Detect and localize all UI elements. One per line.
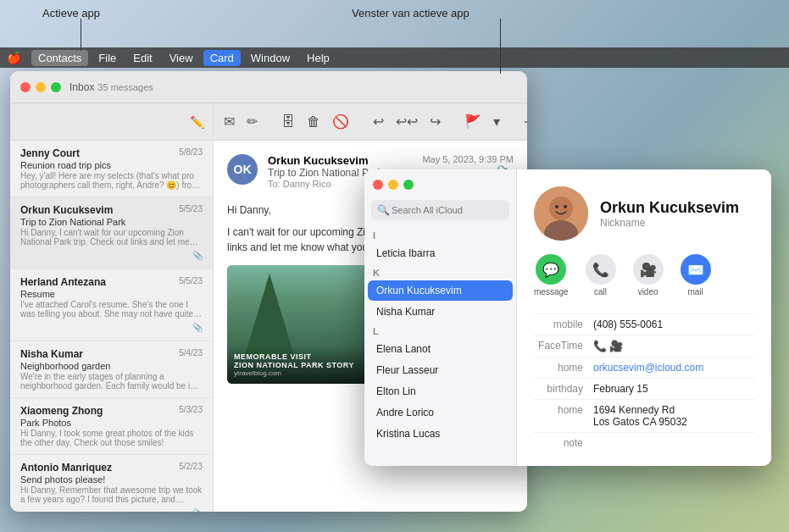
close-button[interactable] bbox=[20, 82, 31, 92]
mobile-label: mobile bbox=[534, 319, 593, 330]
msg-subject: Reunion road trip pics bbox=[20, 160, 203, 170]
msg-subject: Park Photos bbox=[20, 418, 203, 428]
contact-info-home-email: home orkucsevim@icloud.com bbox=[534, 357, 754, 378]
msg-preview: We're in the early stages of planning a … bbox=[20, 372, 203, 391]
search-input[interactable] bbox=[371, 200, 509, 220]
facetime-video-icon[interactable]: 🎥 bbox=[609, 340, 623, 352]
contacts-titlebar bbox=[364, 169, 516, 200]
home-email-value[interactable]: orkucsevim@icloud.com bbox=[593, 362, 754, 374]
msg-preview: Hi Danny, I took some great photos of th… bbox=[20, 429, 203, 447]
contact-item[interactable]: Fleur Lasseur bbox=[368, 360, 513, 380]
contacts-minimize-button[interactable] bbox=[388, 180, 398, 190]
message-action-button[interactable]: 💬 message bbox=[534, 254, 569, 296]
msg-sender: Nisha Kumar bbox=[20, 348, 83, 360]
call-icon: 📞 bbox=[586, 254, 616, 285]
contact-detail-panel: Orkun Kucuksevim Nickname 💬 message 📞 ca… bbox=[517, 169, 771, 466]
contact-info-birthday: birthday February 15 bbox=[534, 378, 754, 399]
email-sender-name: Orkun Kucuksevim bbox=[268, 154, 412, 167]
contact-photo bbox=[534, 186, 588, 241]
contact-item[interactable]: Elena Lanot bbox=[368, 339, 513, 359]
birthday-value: February 15 bbox=[593, 383, 754, 395]
msg-subject: Trip to Zion National Park bbox=[20, 217, 203, 227]
menu-view[interactable]: View bbox=[163, 50, 200, 66]
maximize-button[interactable] bbox=[51, 82, 61, 92]
contact-info-address: home 1694 Kennedy RdLos Gatos CA 95032 bbox=[534, 399, 754, 432]
message-icon: 💬 bbox=[536, 254, 566, 285]
minimize-button[interactable] bbox=[36, 82, 46, 92]
trash-toolbar-icon[interactable]: 🗑 bbox=[307, 114, 320, 130]
contact-item[interactable]: Andre Lorico bbox=[368, 402, 513, 423]
junk-toolbar-icon[interactable]: 🚫 bbox=[332, 114, 349, 130]
list-item[interactable]: Jenny Court 5/8/23 Reunion road trip pic… bbox=[10, 141, 213, 197]
mobile-value[interactable]: (408) 555-0061 bbox=[593, 319, 754, 330]
search-icon: 🔍 bbox=[377, 204, 390, 216]
facetime-icons: 📞 🎥 bbox=[593, 340, 754, 352]
address-label: home bbox=[534, 404, 593, 428]
facetime-audio-icon[interactable]: 📞 bbox=[593, 340, 607, 352]
contacts-close-button[interactable] bbox=[373, 180, 383, 190]
msg-sender: Xiaomeng Zhong bbox=[20, 405, 103, 417]
address-value: 1694 Kennedy RdLos Gatos CA 95032 bbox=[593, 404, 754, 428]
contact-info-note: note bbox=[534, 432, 754, 453]
msg-sender: Antonio Manriquez bbox=[20, 462, 112, 474]
msg-preview: I've attached Carol's resume. She's the … bbox=[20, 300, 203, 319]
video-action-button[interactable]: 🎥 video bbox=[633, 254, 664, 296]
facetime-label: FaceTime bbox=[534, 340, 593, 352]
msg-date: 5/3/23 bbox=[179, 405, 203, 414]
compose-toolbar-icon[interactable]: ✏ bbox=[247, 114, 258, 130]
menu-contacts[interactable]: Contacts bbox=[31, 50, 88, 66]
contact-nickname: Nickname bbox=[600, 217, 739, 229]
archive-toolbar-icon[interactable]: 🗄 bbox=[281, 114, 295, 130]
list-item[interactable]: Xiaomeng Zhong 5/3/23 Park Photos Hi Dan… bbox=[10, 398, 213, 455]
call-action-button[interactable]: 📞 call bbox=[586, 254, 616, 296]
forward-icon[interactable]: ↪ bbox=[430, 114, 441, 130]
menu-edit[interactable]: Edit bbox=[126, 50, 158, 66]
contacts-maximize-button[interactable] bbox=[403, 180, 414, 190]
attachment-icon: 📎 bbox=[192, 508, 203, 512]
menu-window[interactable]: Window bbox=[244, 50, 297, 66]
compose-icon[interactable]: ✏️ bbox=[190, 115, 204, 129]
note-value bbox=[593, 437, 754, 449]
flag-icon[interactable]: 🚩 bbox=[464, 114, 481, 130]
inbox-title: Inbox bbox=[69, 81, 94, 93]
message-action-label: message bbox=[534, 287, 569, 296]
list-item[interactable]: Nisha Kumar 5/4/23 Neighborhood garden W… bbox=[10, 341, 213, 398]
birthday-label: birthday bbox=[534, 383, 593, 395]
svg-point-3 bbox=[555, 205, 558, 208]
menu-help[interactable]: Help bbox=[300, 50, 336, 66]
contact-info-facetime: FaceTime 📞 🎥 bbox=[534, 335, 754, 357]
contact-item[interactable]: Leticia Ibarra bbox=[368, 243, 513, 263]
msg-sender: Orkun Kucuksevim bbox=[20, 204, 113, 216]
msg-date: 5/5/23 bbox=[179, 204, 203, 213]
menubar: 🍎 Contacts File Edit View Card Window He… bbox=[0, 47, 789, 68]
list-item[interactable]: Antonio Manriquez 5/2/23 Send photos ple… bbox=[10, 455, 213, 512]
mail-icon: ✉️ bbox=[681, 254, 711, 285]
menu-card[interactable]: Card bbox=[203, 50, 241, 66]
contact-item[interactable]: Nisha Kumar bbox=[368, 302, 513, 322]
contact-item[interactable]: Elton Lin bbox=[368, 381, 513, 402]
contact-name-block: Orkun Kucuksevim Nickname bbox=[600, 199, 739, 229]
reply-toolbar-icon[interactable]: ✉ bbox=[224, 114, 235, 130]
msg-preview: Hi Danny, I can't wait for our upcoming … bbox=[20, 228, 203, 247]
more-icon[interactable]: ▾ bbox=[493, 114, 500, 130]
contact-item-selected[interactable]: Orkun Kucuksevim bbox=[368, 280, 513, 301]
reply-all-icon[interactable]: ↩↩ bbox=[396, 114, 418, 130]
reply-icon[interactable]: ↩ bbox=[373, 114, 384, 130]
contact-actions: 💬 message 📞 call 🎥 video ✉️ mail bbox=[534, 254, 754, 296]
attachment-icon: 📎 bbox=[192, 323, 203, 332]
mail-action-button[interactable]: ✉️ mail bbox=[681, 254, 711, 296]
menu-file[interactable]: File bbox=[92, 50, 123, 66]
apple-menu[interactable]: 🍎 bbox=[7, 51, 21, 64]
list-item[interactable]: Orkun Kucuksevim 5/5/23 Trip to Zion Nat… bbox=[10, 197, 213, 269]
msg-subject: Resume bbox=[20, 289, 203, 299]
contact-item[interactable]: Kristina Lucas bbox=[368, 424, 513, 444]
sidebar-header: ✏️ bbox=[10, 103, 213, 141]
expand-icon[interactable]: ⇥ bbox=[524, 114, 527, 130]
contact-info-mobile: mobile (408) 555-0061 bbox=[534, 313, 754, 335]
contacts-search[interactable]: 🔍 bbox=[371, 200, 509, 220]
msg-subject: Neighborhood garden bbox=[20, 361, 203, 371]
contact-group-header-l: L bbox=[364, 323, 516, 338]
mail-sidebar[interactable]: ✏️ Jenny Court 5/8/23 Reunion road trip … bbox=[10, 103, 214, 512]
svg-point-4 bbox=[564, 205, 567, 208]
list-item[interactable]: Herland Antezana 5/5/23 Resume I've atta… bbox=[10, 269, 213, 341]
